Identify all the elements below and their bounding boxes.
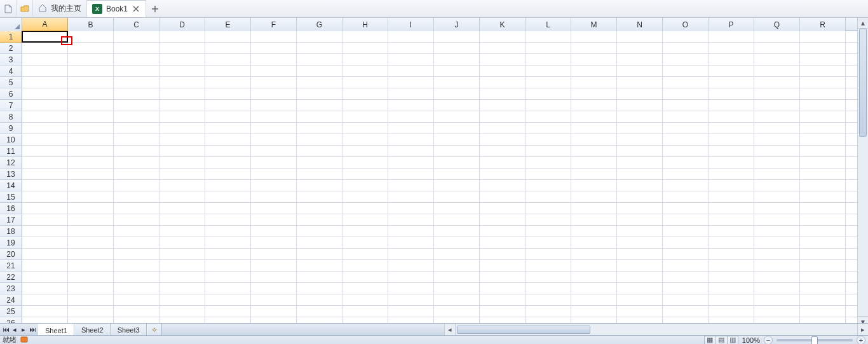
row-header-14[interactable]: 14 bbox=[0, 180, 22, 191]
row-header-11[interactable]: 11 bbox=[0, 146, 22, 157]
view-normal-icon[interactable]: ▦ bbox=[704, 336, 715, 345]
row-header-15[interactable]: 15 bbox=[0, 191, 22, 203]
sheet-tab-sheet3[interactable]: Sheet3 bbox=[111, 324, 147, 335]
row-header-25[interactable]: 25 bbox=[0, 306, 22, 317]
sheet-nav-prev-icon[interactable]: ◂ bbox=[10, 324, 19, 336]
view-mode-group: ▦ ▤ ▥ bbox=[704, 336, 738, 345]
column-header-M[interactable]: M bbox=[571, 18, 617, 31]
sheet-tab-splitter[interactable]: ◂ ▸ bbox=[162, 324, 868, 335]
row-header-22[interactable]: 22 bbox=[0, 272, 22, 283]
cells-canvas[interactable] bbox=[22, 31, 857, 327]
row-header-8[interactable]: 8 bbox=[0, 111, 22, 123]
row-header-4[interactable]: 4 bbox=[0, 65, 22, 77]
horizontal-scroll-track[interactable] bbox=[456, 324, 857, 335]
view-pagebreak-icon[interactable]: ▥ bbox=[727, 336, 738, 345]
status-icon bbox=[20, 336, 28, 345]
column-header-E[interactable]: E bbox=[205, 18, 251, 31]
tab-home-label: 我的主页 bbox=[51, 3, 81, 14]
zoom-out-button[interactable]: − bbox=[764, 336, 773, 345]
tab-book1-label: Book1 bbox=[106, 4, 128, 13]
column-header-L[interactable]: L bbox=[526, 18, 571, 31]
sheet-tab-bar: ⏮ ◂ ▸ ⏭ Sheet1 Sheet2 Sheet3 ✧ ◂ ▸ bbox=[0, 323, 868, 335]
sheet-tab-sheet2[interactable]: Sheet2 bbox=[74, 324, 111, 335]
row-header-1[interactable]: 1 bbox=[0, 31, 22, 43]
column-header-A[interactable]: A bbox=[22, 18, 68, 31]
row-header-23[interactable]: 23 bbox=[0, 283, 22, 294]
row-header-21[interactable]: 21 bbox=[0, 260, 22, 272]
grid[interactable]: 1234567891011121314151617181920212223242… bbox=[0, 31, 857, 327]
select-all-button[interactable] bbox=[0, 18, 22, 31]
sheet-nav-next-icon[interactable]: ▸ bbox=[19, 324, 28, 336]
new-file-icon[interactable] bbox=[0, 0, 17, 17]
row-header-9[interactable]: 9 bbox=[0, 123, 22, 134]
tab-home[interactable]: 我的主页 bbox=[33, 0, 87, 17]
column-header-R[interactable]: R bbox=[800, 18, 846, 31]
sheet-tab-sheet1[interactable]: Sheet1 bbox=[38, 324, 74, 335]
column-header-K[interactable]: K bbox=[480, 18, 526, 31]
spreadsheet-area: ABCDEFGHIJKLMNOPQR 123456789101112131415… bbox=[0, 18, 857, 327]
sheet-tab-label: Sheet2 bbox=[81, 326, 104, 334]
column-header-D[interactable]: D bbox=[159, 18, 205, 31]
column-header-J[interactable]: J bbox=[434, 18, 480, 31]
excel-icon: X bbox=[92, 4, 102, 14]
column-header-Q[interactable]: Q bbox=[754, 18, 800, 31]
tab-book1[interactable]: X Book1 bbox=[87, 0, 146, 17]
horizontal-scrollbar[interactable]: ◂ ▸ bbox=[444, 324, 868, 335]
row-header-6[interactable]: 6 bbox=[0, 88, 22, 100]
zoom-slider[interactable] bbox=[776, 339, 853, 341]
row-header-5[interactable]: 5 bbox=[0, 77, 22, 88]
row-header-17[interactable]: 17 bbox=[0, 214, 22, 226]
scroll-left-icon[interactable]: ◂ bbox=[445, 324, 456, 335]
row-header-24[interactable]: 24 bbox=[0, 294, 22, 306]
close-icon[interactable] bbox=[132, 4, 140, 13]
zoom-label[interactable]: 100% bbox=[742, 336, 760, 344]
row-header-20[interactable]: 20 bbox=[0, 249, 22, 260]
column-header-H[interactable]: H bbox=[342, 18, 388, 31]
column-header-C[interactable]: C bbox=[114, 18, 159, 31]
row-header-2[interactable]: 2 bbox=[0, 43, 22, 54]
add-tab-button[interactable] bbox=[146, 0, 164, 17]
row-header-3[interactable]: 3 bbox=[0, 54, 22, 65]
sheet-tab-label: Sheet3 bbox=[118, 326, 140, 334]
row-header-18[interactable]: 18 bbox=[0, 226, 22, 237]
window-tabstrip: 我的主页 X Book1 bbox=[0, 0, 868, 18]
view-pagelayout-icon[interactable]: ▤ bbox=[715, 336, 727, 345]
row-header-12[interactable]: 12 bbox=[0, 157, 22, 169]
column-header-F[interactable]: F bbox=[251, 18, 297, 31]
vertical-scrollbar[interactable]: ▴ ▾ bbox=[857, 18, 868, 327]
sheet-nav-first-icon[interactable]: ⏮ bbox=[1, 324, 10, 336]
sheet-nav-group: ⏮ ◂ ▸ ⏭ bbox=[0, 324, 38, 335]
sheet-tab-label: Sheet1 bbox=[45, 327, 67, 334]
row-header-7[interactable]: 7 bbox=[0, 100, 22, 111]
status-bar: 就绪 ▦ ▤ ▥ 100% − + bbox=[0, 335, 868, 344]
sheet-nav-last-icon[interactable]: ⏭ bbox=[28, 324, 37, 336]
status-ready-label: 就绪 bbox=[3, 335, 17, 344]
open-folder-icon[interactable] bbox=[17, 0, 33, 17]
column-header-O[interactable]: O bbox=[663, 18, 709, 31]
vertical-scroll-thumb[interactable] bbox=[859, 29, 867, 137]
home-icon bbox=[38, 3, 47, 14]
row-header-10[interactable]: 10 bbox=[0, 134, 22, 146]
row-header-16[interactable]: 16 bbox=[0, 203, 22, 214]
column-header-P[interactable]: P bbox=[709, 18, 754, 31]
column-header-I[interactable]: I bbox=[388, 18, 434, 31]
new-sheet-icon: ✧ bbox=[151, 326, 158, 334]
column-headers: ABCDEFGHIJKLMNOPQR bbox=[0, 18, 857, 31]
column-header-N[interactable]: N bbox=[617, 18, 663, 31]
row-headers: 1234567891011121314151617181920212223242… bbox=[0, 31, 22, 327]
row-header-13[interactable]: 13 bbox=[0, 169, 22, 180]
horizontal-scroll-thumb[interactable] bbox=[457, 326, 590, 334]
column-header-B[interactable]: B bbox=[68, 18, 114, 31]
scroll-up-icon[interactable]: ▴ bbox=[858, 18, 868, 29]
svg-rect-0 bbox=[21, 337, 27, 342]
row-header-19[interactable]: 19 bbox=[0, 237, 22, 249]
new-sheet-button[interactable]: ✧ bbox=[147, 324, 162, 335]
zoom-in-button[interactable]: + bbox=[857, 336, 865, 345]
column-header-G[interactable]: G bbox=[297, 18, 342, 31]
scroll-right-icon[interactable]: ▸ bbox=[857, 324, 868, 335]
